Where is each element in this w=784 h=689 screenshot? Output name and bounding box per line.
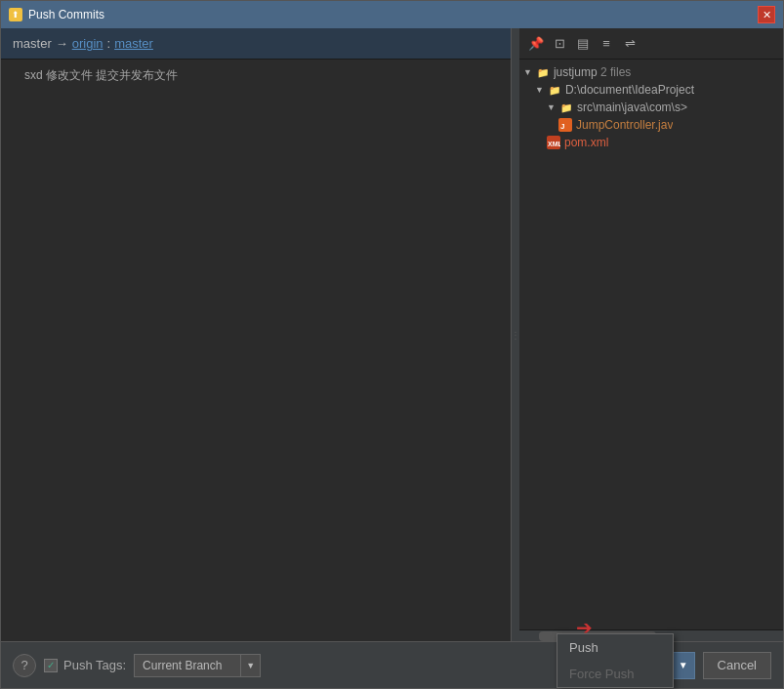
remote-label[interactable]: origin — [72, 36, 103, 51]
tree-arrow-project: ▼ — [535, 85, 544, 95]
sort-button[interactable]: ≡ — [596, 33, 617, 55]
file-tree-toolbar: 📌 ⊡ ▤ ≡ ⇌ — [519, 28, 783, 60]
window-icon: ⬆ — [9, 8, 22, 21]
branch-arrow: → — [56, 36, 68, 51]
cancel-button[interactable]: Cancel — [703, 652, 771, 679]
branch-separator: : — [107, 36, 111, 51]
folder-button[interactable]: ▤ — [572, 33, 594, 55]
push-dropdown-menu: Push Force Push — [557, 633, 674, 688]
content-area: master → origin : master sxd 修改文件 提交并发布文… — [1, 28, 783, 641]
java-file-icon: J — [558, 118, 572, 132]
push-tags-container: ✓ Push Tags: — [44, 658, 126, 672]
push-menu-item[interactable]: Push — [557, 634, 673, 661]
tree-item-xml[interactable]: XML pom.xml — [519, 134, 783, 151]
push-commits-window: ⬆ Push Commits ✕ master → origin : maste… — [0, 0, 784, 689]
file-tree-panel: 📌 ⊡ ▤ ≡ ⇌ ▼ 📁 justjump 2 files — [519, 28, 783, 641]
commit-list: sxd 修改文件 提交并发布文件 — [1, 60, 511, 641]
tree-label-src: src\main\java\com\s> — [577, 101, 687, 114]
force-push-menu-item[interactable]: Force Push — [557, 661, 673, 687]
close-button[interactable]: ✕ — [758, 6, 775, 23]
tree-item-src[interactable]: ▼ 📁 src\main\java\com\s> — [519, 99, 783, 116]
tree-item-project[interactable]: ▼ 📁 D:\document\IdeaProject — [519, 81, 783, 99]
svg-text:J: J — [560, 122, 564, 131]
panel-divider[interactable]: ⋮ — [512, 28, 519, 641]
push-tags-checkbox[interactable]: ✓ — [44, 659, 58, 672]
tree-arrow-root: ▼ — [523, 67, 532, 77]
tree-label-root: justjump 2 files — [554, 65, 631, 79]
push-dropdown-button[interactable]: ▼ — [672, 652, 695, 679]
xml-file-icon: XML — [547, 136, 560, 149]
dropdown-arrow-button[interactable]: ▼ — [241, 654, 261, 677]
tree-item-root[interactable]: ▼ 📁 justjump 2 files — [519, 63, 783, 81]
tree-item-java[interactable]: J JumpController.jav — [519, 116, 783, 134]
commit-item: sxd 修改文件 提交并发布文件 — [1, 63, 511, 88]
title-bar: ⬆ Push Commits ✕ — [1, 1, 783, 28]
commits-panel: master → origin : master sxd 修改文件 提交并发布文… — [1, 28, 512, 641]
local-branch: master — [13, 36, 52, 51]
tree-label-java: JumpController.jav — [576, 118, 673, 132]
svg-text:XML: XML — [548, 141, 560, 147]
push-tags-dropdown: Current Branch ▼ — [134, 654, 261, 677]
remote-branch[interactable]: master — [114, 36, 153, 51]
checkbox-check: ✓ — [47, 660, 55, 670]
tree-label-project: D:\document\IdeaProject — [565, 83, 694, 97]
pin-button[interactable]: 📌 — [525, 33, 547, 55]
branch-header: master → origin : master — [1, 28, 511, 60]
file-tree: ▼ 📁 justjump 2 files ▼ 📁 D:\document\Ide… — [519, 60, 783, 629]
tree-arrow-src: ▼ — [547, 102, 556, 112]
folder-icon-project: 📁 — [548, 83, 561, 97]
tree-label-xml: pom.xml — [564, 136, 608, 149]
folder-icon-root: 📁 — [536, 65, 550, 79]
commit-text: sxd 修改文件 提交并发布文件 — [24, 68, 178, 82]
dropdown-current-value: Current Branch — [134, 654, 241, 677]
settings-button[interactable]: ⇌ — [619, 33, 640, 55]
help-button[interactable]: ? — [13, 654, 36, 677]
push-tags-label: Push Tags: — [63, 658, 126, 672]
folder-icon-src: 📁 — [559, 101, 573, 114]
window-title: Push Commits — [28, 8, 104, 21]
expand-button[interactable]: ⊡ — [549, 33, 570, 55]
